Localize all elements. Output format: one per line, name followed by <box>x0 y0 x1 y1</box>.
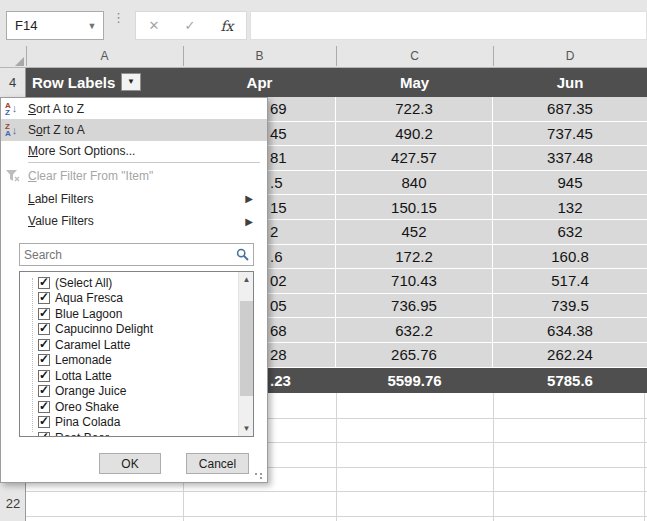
sort-az-icon: AZ↓ <box>1 102 28 116</box>
name-box-value: F14 <box>7 18 81 33</box>
cell-c[interactable]: 427.57 <box>336 146 493 170</box>
row-header-22[interactable]: 22 <box>0 491 26 516</box>
search-input[interactable] <box>20 248 231 262</box>
menu-item-sort-z-to-a[interactable]: ZA↓ Sort Z to A <box>1 119 267 141</box>
cell-d[interactable]: 160.8 <box>493 245 647 269</box>
row-header-4[interactable]: 4 <box>0 68 26 97</box>
insert-function-icon[interactable]: fx <box>220 18 233 34</box>
filter-search-box[interactable] <box>19 243 254 266</box>
list-item[interactable]: Aqua Fresca <box>20 291 238 307</box>
cell-c[interactable]: 736.95 <box>336 294 493 318</box>
cell-d[interactable]: 337.48 <box>493 146 647 170</box>
filter-dropdown-icon: ▼ <box>127 78 135 86</box>
gridline <box>0 491 647 492</box>
checkbox-checked-icon[interactable] <box>38 354 50 366</box>
list-item[interactable]: Blue Lagoon <box>20 306 238 322</box>
pivot-header-cell-may[interactable]: May <box>336 68 493 97</box>
checkbox-checked-icon[interactable] <box>38 416 50 428</box>
gridline <box>0 516 647 517</box>
filter-item-list: (Select All) Aqua Fresca Blue Lagoon Cap… <box>19 271 254 437</box>
column-header-a[interactable]: A <box>26 44 183 68</box>
sort-za-icon: ZA↓ <box>1 123 28 137</box>
pivot-header-cell-apr[interactable]: Apr <box>183 68 336 97</box>
search-icon[interactable] <box>231 248 253 261</box>
cell-c[interactable]: 840 <box>336 171 493 195</box>
list-item-label: Blue Lagoon <box>55 307 122 321</box>
checkbox-checked-icon[interactable] <box>38 323 50 335</box>
pivot-header-cell-jun[interactable]: Jun <box>493 68 647 97</box>
column-header-b[interactable]: B <box>183 44 336 68</box>
checkbox-checked-icon[interactable] <box>38 292 50 304</box>
list-item[interactable]: Orange Juice <box>20 384 238 400</box>
pivot-header-row: Row Labels ▼ Apr May Jun <box>26 68 647 97</box>
menu-item-label: Sort Z to A <box>28 123 85 137</box>
name-box-dropdown-icon[interactable]: ▼ <box>81 21 103 31</box>
list-item-label: Oreo Shake <box>55 400 119 414</box>
cell-c[interactable]: 452 <box>336 220 493 244</box>
cell-d[interactable]: 687.35 <box>493 97 647 121</box>
formula-input[interactable] <box>250 11 647 40</box>
checkbox-checked-icon[interactable] <box>38 339 50 351</box>
name-box[interactable]: F14 ▼ <box>6 11 104 40</box>
list-item[interactable]: Lotta Latte <box>20 368 238 384</box>
column-divider <box>26 46 27 66</box>
menu-item-clear-filter: Clear Filter From "Item" <box>1 164 267 187</box>
cell-d[interactable]: 132 <box>493 195 647 219</box>
pivot-header-cell-row-labels[interactable]: Row Labels ▼ <box>26 68 183 97</box>
list-item[interactable]: Pina Colada <box>20 415 238 431</box>
list-item[interactable]: Lemonade <box>20 353 238 369</box>
cell-d[interactable]: 737.45 <box>493 122 647 146</box>
cell-d[interactable]: 517.4 <box>493 269 647 293</box>
cell-c[interactable]: 490.2 <box>336 122 493 146</box>
list-item[interactable]: Oreo Shake <box>20 399 238 415</box>
cell-d[interactable]: 632 <box>493 220 647 244</box>
cell-c[interactable]: 172.2 <box>336 245 493 269</box>
list-item-label: Root Beer <box>55 431 109 437</box>
cell-c[interactable]: 632.2 <box>336 318 493 342</box>
column-divider <box>336 46 337 66</box>
cell-c[interactable]: 150.15 <box>336 195 493 219</box>
grand-total-d[interactable]: 5785.6 <box>493 368 647 393</box>
row-labels-filter-button[interactable]: ▼ <box>121 73 141 91</box>
gridline <box>493 393 494 521</box>
cancel-button[interactable]: Cancel <box>186 453 249 474</box>
scroll-up-icon[interactable]: ▲ <box>239 272 254 287</box>
column-header-c[interactable]: C <box>336 44 493 68</box>
cancel-entry-icon[interactable]: ✕ <box>149 18 160 33</box>
ok-button[interactable]: OK <box>99 453 161 474</box>
checkbox-checked-icon[interactable] <box>38 370 50 382</box>
scrollbar-thumb[interactable] <box>240 301 253 396</box>
list-item[interactable]: Capucinno Delight <box>20 322 238 338</box>
cell-c[interactable]: 710.43 <box>336 269 493 293</box>
menu-item-sort-a-to-z[interactable]: AZ↓ Sort A to Z <box>1 98 267 119</box>
toolbar-separator-dots-icon: ⋮ <box>112 13 122 22</box>
list-item[interactable]: Caramel Latte <box>20 337 238 353</box>
list-item[interactable]: (Select All) <box>20 275 238 291</box>
checkbox-checked-icon[interactable] <box>38 385 50 397</box>
select-all-corner-icon[interactable] <box>15 57 24 66</box>
cell-c[interactable]: 265.76 <box>336 343 493 367</box>
menu-item-label-filters[interactable]: Label Filters ▶ <box>1 187 267 210</box>
checkbox-checked-icon[interactable] <box>38 432 50 437</box>
cell-d[interactable]: 262.24 <box>493 343 647 367</box>
cell-c[interactable]: 722.3 <box>336 97 493 121</box>
cell-d[interactable]: 634.38 <box>493 318 647 342</box>
menu-item-label: Sort A to Z <box>28 102 84 116</box>
scroll-down-icon[interactable]: ▼ <box>239 421 254 436</box>
confirm-entry-icon[interactable]: ✓ <box>184 18 195 33</box>
menu-item-value-filters[interactable]: Value Filters ▶ <box>1 210 267 232</box>
grand-total-c[interactable]: 5599.76 <box>336 368 493 393</box>
checkbox-checked-icon[interactable] <box>38 277 50 289</box>
list-scrollbar[interactable]: ▲ ▼ <box>238 272 253 436</box>
checkbox-checked-icon[interactable] <box>38 401 50 413</box>
menu-item-more-sort-options[interactable]: More Sort Options... <box>1 141 267 161</box>
formula-bar-area: F14 ▼ ⋮ ✕ ✓ fx <box>0 0 647 44</box>
list-item[interactable]: Root Beer <box>20 430 238 437</box>
cell-d[interactable]: 739.5 <box>493 294 647 318</box>
column-header-d[interactable]: D <box>493 44 647 68</box>
row-labels-text: Row Labels <box>32 74 115 91</box>
cell-d[interactable]: 945 <box>493 171 647 195</box>
menu-item-label: More Sort Options... <box>28 144 135 158</box>
resize-grip-icon[interactable] <box>254 472 263 479</box>
checkbox-checked-icon[interactable] <box>38 308 50 320</box>
